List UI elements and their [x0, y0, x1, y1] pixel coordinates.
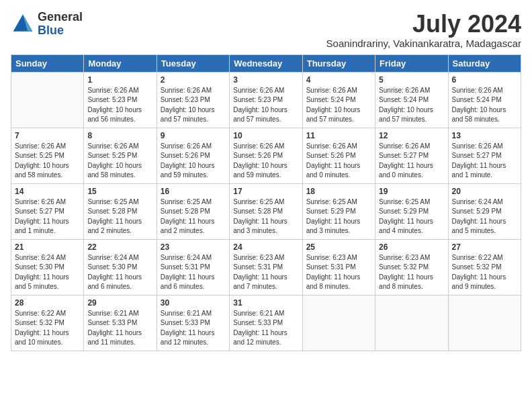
calendar-cell — [448, 295, 521, 351]
day-number: 31 — [233, 298, 298, 308]
calendar-cell: 27 Sunrise: 6:22 AMSunset: 5:32 PMDaylig… — [448, 239, 521, 295]
calendar-cell: 17 Sunrise: 6:25 AMSunset: 5:28 PMDaylig… — [230, 183, 302, 239]
day-number: 22 — [87, 242, 152, 252]
day-number: 13 — [452, 131, 517, 140]
calendar-cell: 10 Sunrise: 6:26 AMSunset: 5:26 PMDaylig… — [230, 128, 302, 183]
day-number: 17 — [233, 187, 298, 196]
day-number: 7 — [15, 131, 80, 140]
day-number: 10 — [233, 131, 298, 140]
weekday-header-saturday: Saturday — [448, 54, 521, 72]
day-number: 5 — [379, 75, 444, 85]
day-info: Sunrise: 6:26 AMSunset: 5:25 PMDaylight:… — [15, 142, 69, 179]
calendar-cell: 13 Sunrise: 6:26 AMSunset: 5:27 PMDaylig… — [448, 128, 521, 183]
day-info: Sunrise: 6:22 AMSunset: 5:32 PMDaylight:… — [15, 310, 69, 347]
day-info: Sunrise: 6:21 AMSunset: 5:33 PMDaylight:… — [161, 310, 215, 347]
day-info: Sunrise: 6:24 AMSunset: 5:30 PMDaylight:… — [87, 254, 142, 291]
day-number: 27 — [452, 242, 517, 252]
day-info: Sunrise: 6:26 AMSunset: 5:24 PMDaylight:… — [452, 87, 506, 124]
day-info: Sunrise: 6:26 AMSunset: 5:23 PMDaylight:… — [87, 87, 142, 124]
calendar-cell: 31 Sunrise: 6:21 AMSunset: 5:33 PMDaylig… — [230, 295, 302, 351]
day-number: 12 — [379, 131, 444, 140]
day-info: Sunrise: 6:25 AMSunset: 5:29 PMDaylight:… — [306, 198, 361, 235]
calendar-cell: 9 Sunrise: 6:26 AMSunset: 5:26 PMDayligh… — [157, 128, 229, 183]
calendar-cell: 20 Sunrise: 6:24 AMSunset: 5:29 PMDaylig… — [448, 183, 521, 239]
weekday-header-monday: Monday — [84, 54, 157, 72]
calendar-cell: 30 Sunrise: 6:21 AMSunset: 5:33 PMDaylig… — [157, 295, 229, 351]
day-number: 3 — [233, 75, 298, 85]
day-number: 11 — [306, 131, 371, 140]
day-info: Sunrise: 6:26 AMSunset: 5:26 PMDaylight:… — [233, 142, 287, 179]
calendar-table: SundayMondayTuesdayWednesdayThursdayFrid… — [11, 54, 521, 351]
calendar-cell: 1 Sunrise: 6:26 AMSunset: 5:23 PMDayligh… — [84, 72, 157, 128]
calendar-cell: 3 Sunrise: 6:26 AMSunset: 5:23 PMDayligh… — [230, 72, 302, 128]
logo-icon — [11, 12, 35, 36]
day-number: 25 — [306, 242, 371, 252]
day-info: Sunrise: 6:24 AMSunset: 5:29 PMDaylight:… — [452, 198, 506, 235]
day-info: Sunrise: 6:26 AMSunset: 5:23 PMDaylight:… — [161, 87, 215, 124]
calendar-cell: 21 Sunrise: 6:24 AMSunset: 5:30 PMDaylig… — [11, 239, 84, 295]
day-number: 18 — [306, 187, 371, 196]
calendar-cell: 14 Sunrise: 6:26 AMSunset: 5:27 PMDaylig… — [11, 183, 84, 239]
calendar-cell: 28 Sunrise: 6:22 AMSunset: 5:32 PMDaylig… — [11, 295, 84, 351]
day-number: 23 — [161, 242, 226, 252]
day-info: Sunrise: 6:23 AMSunset: 5:32 PMDaylight:… — [379, 254, 433, 291]
day-info: Sunrise: 6:25 AMSunset: 5:28 PMDaylight:… — [233, 198, 287, 235]
day-number: 20 — [452, 187, 517, 196]
day-number: 21 — [15, 242, 80, 252]
day-number: 30 — [161, 298, 226, 308]
calendar-cell — [302, 295, 375, 351]
calendar-cell: 8 Sunrise: 6:26 AMSunset: 5:25 PMDayligh… — [84, 128, 157, 183]
day-number: 15 — [87, 187, 152, 196]
calendar-cell: 7 Sunrise: 6:26 AMSunset: 5:25 PMDayligh… — [11, 128, 84, 183]
day-info: Sunrise: 6:26 AMSunset: 5:27 PMDaylight:… — [379, 142, 433, 179]
calendar-cell: 16 Sunrise: 6:25 AMSunset: 5:28 PMDaylig… — [157, 183, 229, 239]
calendar-cell: 23 Sunrise: 6:24 AMSunset: 5:31 PMDaylig… — [157, 239, 229, 295]
weekday-header-tuesday: Tuesday — [157, 54, 229, 72]
day-info: Sunrise: 6:21 AMSunset: 5:33 PMDaylight:… — [87, 310, 142, 347]
day-info: Sunrise: 6:26 AMSunset: 5:26 PMDaylight:… — [161, 142, 215, 179]
calendar-cell: 5 Sunrise: 6:26 AMSunset: 5:24 PMDayligh… — [375, 72, 448, 128]
calendar-cell: 26 Sunrise: 6:23 AMSunset: 5:32 PMDaylig… — [375, 239, 448, 295]
day-number: 9 — [161, 131, 226, 140]
calendar-cell: 24 Sunrise: 6:23 AMSunset: 5:31 PMDaylig… — [230, 239, 302, 295]
day-info: Sunrise: 6:26 AMSunset: 5:27 PMDaylight:… — [452, 142, 506, 179]
calendar-cell: 2 Sunrise: 6:26 AMSunset: 5:23 PMDayligh… — [157, 72, 229, 128]
month-title: July 2024 — [326, 11, 521, 38]
calendar-cell: 4 Sunrise: 6:26 AMSunset: 5:24 PMDayligh… — [302, 72, 375, 128]
day-info: Sunrise: 6:25 AMSunset: 5:28 PMDaylight:… — [161, 198, 215, 235]
day-number: 19 — [379, 187, 444, 196]
weekday-header-sunday: Sunday — [11, 54, 84, 72]
weekday-header-row: SundayMondayTuesdayWednesdayThursdayFrid… — [11, 54, 521, 72]
day-number: 4 — [306, 75, 371, 85]
calendar-cell: 6 Sunrise: 6:26 AMSunset: 5:24 PMDayligh… — [448, 72, 521, 128]
day-info: Sunrise: 6:25 AMSunset: 5:29 PMDaylight:… — [379, 198, 433, 235]
day-number: 8 — [87, 131, 152, 140]
day-info: Sunrise: 6:26 AMSunset: 5:27 PMDaylight:… — [15, 198, 69, 235]
day-info: Sunrise: 6:23 AMSunset: 5:31 PMDaylight:… — [306, 254, 361, 291]
logo: General Blue — [11, 11, 83, 38]
calendar-cell: 15 Sunrise: 6:25 AMSunset: 5:28 PMDaylig… — [84, 183, 157, 239]
location-subtitle: Soanindrariny, Vakinankaratra, Madagasca… — [326, 38, 521, 49]
day-info: Sunrise: 6:25 AMSunset: 5:28 PMDaylight:… — [87, 198, 142, 235]
day-info: Sunrise: 6:26 AMSunset: 5:24 PMDaylight:… — [306, 87, 361, 124]
calendar-week-1: 1 Sunrise: 6:26 AMSunset: 5:23 PMDayligh… — [11, 72, 521, 128]
calendar-cell: 12 Sunrise: 6:26 AMSunset: 5:27 PMDaylig… — [375, 128, 448, 183]
day-number: 16 — [161, 187, 226, 196]
day-info: Sunrise: 6:26 AMSunset: 5:24 PMDaylight:… — [379, 87, 433, 124]
day-info: Sunrise: 6:26 AMSunset: 5:23 PMDaylight:… — [233, 87, 287, 124]
calendar-week-4: 21 Sunrise: 6:24 AMSunset: 5:30 PMDaylig… — [11, 239, 521, 295]
weekday-header-thursday: Thursday — [302, 54, 375, 72]
calendar-cell — [11, 72, 84, 128]
day-number: 1 — [87, 75, 152, 85]
calendar-cell: 11 Sunrise: 6:26 AMSunset: 5:26 PMDaylig… — [302, 128, 375, 183]
day-info: Sunrise: 6:24 AMSunset: 5:30 PMDaylight:… — [15, 254, 69, 291]
day-number: 14 — [15, 187, 80, 196]
calendar-cell — [375, 295, 448, 351]
calendar-cell: 25 Sunrise: 6:23 AMSunset: 5:31 PMDaylig… — [302, 239, 375, 295]
calendar-cell: 19 Sunrise: 6:25 AMSunset: 5:29 PMDaylig… — [375, 183, 448, 239]
day-info: Sunrise: 6:24 AMSunset: 5:31 PMDaylight:… — [161, 254, 215, 291]
day-info: Sunrise: 6:23 AMSunset: 5:31 PMDaylight:… — [233, 254, 287, 291]
calendar-week-2: 7 Sunrise: 6:26 AMSunset: 5:25 PMDayligh… — [11, 128, 521, 183]
calendar-week-5: 28 Sunrise: 6:22 AMSunset: 5:32 PMDaylig… — [11, 295, 521, 351]
day-number: 26 — [379, 242, 444, 252]
